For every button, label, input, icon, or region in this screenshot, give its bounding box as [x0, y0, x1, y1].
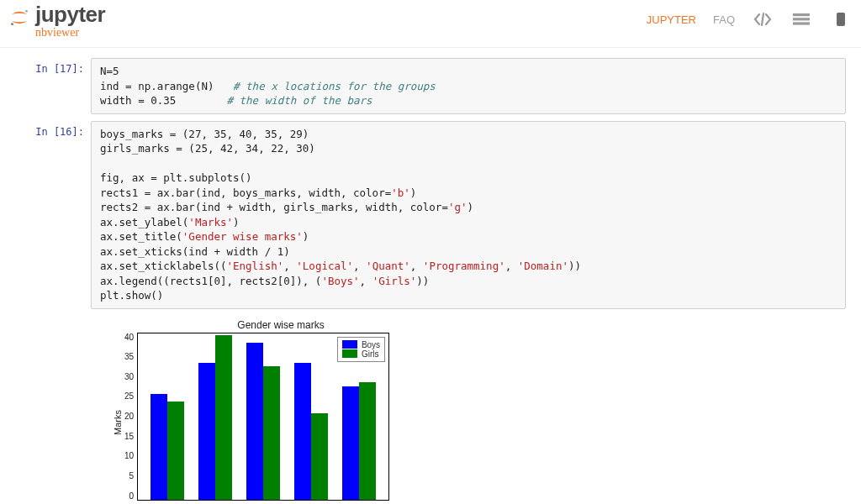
bar	[294, 363, 311, 500]
bar	[311, 413, 328, 499]
notebook: In [17]: N=5 ind = np.arange(N) # the x …	[0, 48, 861, 504]
nav-jupyter[interactable]: JUPYTER	[647, 13, 696, 26]
code-input[interactable]: N=5 ind = np.arange(N) # the x locations…	[91, 58, 846, 114]
bar	[167, 402, 184, 499]
nav-faq[interactable]: FAQ	[713, 13, 735, 26]
stack-icon[interactable]	[790, 10, 812, 29]
code-icon[interactable]	[752, 10, 774, 29]
bar	[359, 382, 376, 500]
chart-ylabel: Marks	[111, 333, 124, 505]
output-cell: Gender wise marks Marks 4035302520151050…	[0, 314, 861, 505]
jupyter-icon	[8, 7, 30, 29]
chart-yaxis: 4035302520151050	[124, 333, 137, 501]
bar-chart: Gender wise marks Marks 4035302520151050…	[111, 319, 422, 505]
code-cell: In [16]: boys_marks = (27, 35, 40, 35, 2…	[0, 119, 861, 314]
chart-bars	[138, 333, 388, 500]
bar-group	[294, 363, 328, 500]
bar	[215, 335, 232, 499]
nav-bar: JUPYTER FAQ	[647, 3, 851, 29]
svg-point-1	[11, 23, 13, 25]
logo[interactable]: jupyter nbviewer	[8, 3, 105, 39]
logo-text: jupyter nbviewer	[35, 3, 105, 39]
input-prompt: In [17]:	[0, 58, 91, 114]
bar	[151, 394, 167, 500]
svg-point-0	[25, 10, 28, 13]
bar-group	[342, 382, 376, 500]
bar	[198, 363, 215, 500]
code-cell: In [17]: N=5 ind = np.arange(N) # the x …	[0, 56, 861, 119]
chart-plot: BoysGirls	[137, 333, 389, 501]
logo-bottom-text: nbviewer	[35, 27, 105, 39]
code-input[interactable]: boys_marks = (27, 35, 40, 35, 29) girls_…	[91, 121, 846, 309]
chart-title: Gender wise marks	[140, 319, 422, 331]
output-prompt	[0, 316, 91, 505]
logo-top-text: jupyter	[35, 3, 105, 25]
bar	[246, 343, 263, 499]
bar	[263, 366, 280, 499]
chart-xaxis: EnglishLogicalQuantProgrammingDomain	[137, 501, 389, 505]
overflow-icon[interactable]	[829, 10, 851, 29]
app-header: jupyter nbviewer JUPYTER FAQ	[0, 0, 861, 48]
output-area: Gender wise marks Marks 4035302520151050…	[91, 316, 846, 505]
bar	[342, 386, 359, 500]
input-prompt: In [16]:	[0, 121, 91, 309]
bar-group	[198, 335, 232, 499]
bar-group	[246, 343, 280, 499]
svg-rect-3	[793, 18, 810, 20]
bar-group	[151, 394, 184, 500]
svg-rect-5	[837, 13, 845, 26]
svg-rect-4	[793, 22, 810, 24]
svg-rect-2	[793, 13, 810, 16]
